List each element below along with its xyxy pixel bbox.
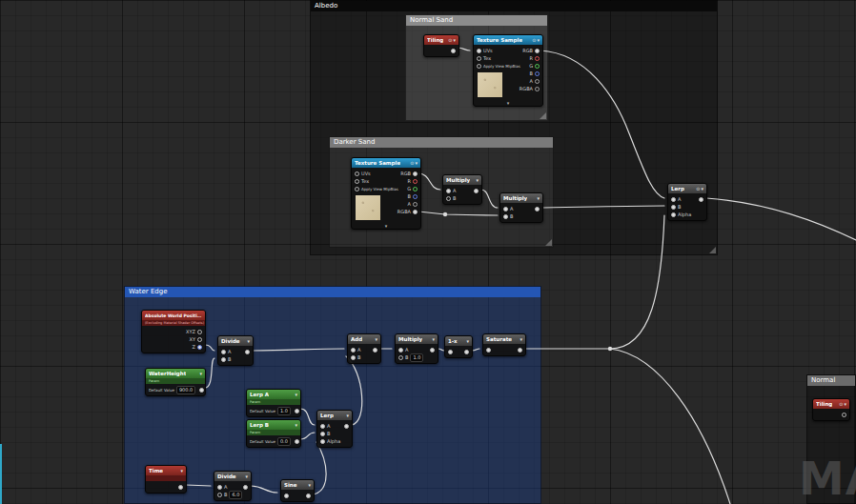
pin-alpha[interactable]	[320, 439, 325, 444]
collapse-icon[interactable]: ▾	[245, 474, 248, 479]
pin-a[interactable]	[398, 348, 403, 353]
pin-b-channel[interactable]	[535, 71, 540, 76]
pin-out[interactable]	[178, 485, 183, 490]
node-divide-world[interactable]: Divide ▾ A B	[217, 335, 254, 366]
node-multiply-2[interactable]: Multiply ▾ A B	[499, 192, 543, 223]
comment-resize-handle[interactable]	[540, 112, 546, 119]
pin-out[interactable]	[430, 348, 435, 353]
collapse-icon[interactable]: ▾	[537, 37, 540, 43]
collapse-icon[interactable]: ▾	[466, 338, 469, 344]
node-header[interactable]: Multiply ▾	[396, 334, 438, 344]
pin-a[interactable]	[503, 207, 508, 212]
comment-title-normal-sand[interactable]: Normal Sand	[406, 15, 547, 26]
pin-out[interactable]	[518, 348, 522, 353]
node-header[interactable]: Sine ▾	[281, 480, 314, 490]
comment-resize-handle[interactable]	[545, 239, 552, 246]
pin-r[interactable]	[413, 179, 418, 184]
node-lerp-water[interactable]: Lerp ▾ A B Alpha	[316, 410, 353, 448]
pin-out[interactable]	[295, 439, 299, 444]
pin-out[interactable]	[464, 350, 469, 354]
node-header[interactable]: Absolute World Position	[142, 311, 205, 320]
collapse-icon[interactable]: ▾	[308, 482, 311, 488]
pin-b[interactable]	[503, 214, 508, 219]
expand-chevron[interactable]: ▾	[352, 223, 420, 229]
pin-out[interactable]	[451, 49, 456, 53]
node-time[interactable]: Time ▾	[145, 465, 187, 494]
pin-g[interactable]	[413, 187, 418, 192]
node-sine[interactable]: Sine ▾	[280, 479, 315, 502]
pin-out[interactable]	[535, 207, 540, 212]
pin-mipbias[interactable]	[477, 64, 481, 69]
pin-out[interactable]	[344, 424, 349, 429]
collapse-icon[interactable]: ▾	[415, 160, 418, 166]
node-add[interactable]: Add ▾ A B	[347, 333, 381, 364]
pin-g[interactable]	[535, 64, 540, 69]
pin-a-channel[interactable]	[535, 79, 540, 84]
node-header[interactable]: Lerp ⊙▾	[668, 184, 706, 193]
pin-b[interactable]	[221, 357, 226, 362]
preview-icon[interactable]: ⊙	[839, 401, 843, 407]
pin-a-channel[interactable]	[413, 202, 418, 207]
pin-b[interactable]	[398, 355, 403, 360]
pin-a[interactable]	[446, 189, 451, 193]
pin-b-channel[interactable]	[413, 194, 418, 199]
collapse-icon[interactable]: ▾	[453, 37, 456, 43]
comment-resize-handle[interactable]	[709, 247, 716, 253]
collapse-icon[interactable]: ▾	[537, 195, 540, 201]
pin-out[interactable]	[306, 494, 311, 498]
pin-out[interactable]	[199, 388, 204, 393]
pin-out[interactable]	[295, 409, 299, 413]
wire[interactable]	[706, 198, 856, 240]
expand-chevron[interactable]: ▾	[474, 100, 542, 106]
node-texture-sample-darker-sand[interactable]: Texture Sample ⊙▾ UVs Tex Apply View Mip…	[351, 157, 421, 230]
pin-xy[interactable]	[197, 337, 202, 342]
collapse-icon[interactable]: ▾	[844, 401, 846, 407]
preview-icon[interactable]: ⊙	[696, 186, 700, 192]
node-saturate[interactable]: Saturate ▾	[482, 333, 526, 356]
comment-title-albedo[interactable]: Albedo	[311, 1, 717, 11]
node-header[interactable]: 1-x ▾	[445, 336, 472, 346]
node-param-lerp-a[interactable]: Lerp A ▾ Param Default Value1.0	[246, 389, 301, 417]
node-header[interactable]: Multiply ▾	[443, 175, 481, 185]
pin-b[interactable]	[671, 205, 676, 210]
pin-a[interactable]	[320, 424, 325, 429]
collapse-icon[interactable]: ▾	[199, 371, 202, 376]
preview-icon[interactable]: ⊙	[532, 37, 536, 43]
pin-r[interactable]	[535, 56, 540, 61]
node-one-minus[interactable]: 1-x ▾	[444, 335, 473, 358]
pin-a[interactable]	[671, 197, 676, 202]
wire[interactable]	[610, 349, 730, 504]
pin-b[interactable]	[217, 493, 222, 497]
pin-in[interactable]	[284, 494, 289, 498]
node-texture-sample-normal-sand[interactable]: Texture Sample ⊙▾ UVs Tex Apply View Mip…	[473, 34, 543, 107]
pin-rgb[interactable]	[535, 49, 540, 53]
collapse-icon[interactable]: ▾	[180, 468, 183, 474]
node-header[interactable]: Tiling ⊙▾	[424, 35, 459, 45]
collapse-icon[interactable]: ▾	[295, 392, 297, 397]
node-header[interactable]: Add ▾	[348, 334, 380, 344]
pin-a[interactable]	[221, 350, 226, 354]
collapse-icon[interactable]: ▾	[701, 186, 703, 192]
pin-rgba[interactable]	[413, 210, 418, 214]
node-param-waterheight[interactable]: WaterHeight ▾ Param Default Value900.0	[145, 368, 206, 396]
pin-a[interactable]	[217, 485, 222, 490]
node-tiling-reroute[interactable]: Tiling ⊙▾	[423, 34, 459, 57]
pin-out[interactable]	[245, 350, 250, 354]
reroute-dot[interactable]	[608, 347, 612, 351]
pin-rgba[interactable]	[535, 87, 540, 91]
material-graph-canvas[interactable]: Albedo Normal Sand Darker Sand Water Edg…	[0, 0, 856, 504]
pin-out[interactable]	[842, 413, 846, 417]
preview-icon[interactable]: ⊙	[448, 37, 452, 43]
node-header[interactable]: Texture Sample ⊙▾	[352, 158, 420, 168]
default-value-input[interactable]: 0.0	[277, 437, 291, 446]
node-tiling-reroute-normal[interactable]: Tiling ⊙▾	[812, 398, 850, 421]
node-header[interactable]: Lerp B ▾	[247, 420, 300, 430]
pin-out[interactable]	[699, 197, 703, 202]
collapse-icon[interactable]: ▾	[247, 338, 250, 344]
node-header[interactable]: Lerp A ▾	[247, 390, 300, 399]
node-divide-time[interactable]: Divide ▾ A B6.0	[214, 471, 252, 501]
collapse-icon[interactable]: ▾	[432, 336, 435, 342]
pin-a[interactable]	[351, 348, 356, 353]
pin-uvs[interactable]	[477, 49, 481, 53]
collapse-icon[interactable]: ▾	[295, 422, 297, 428]
